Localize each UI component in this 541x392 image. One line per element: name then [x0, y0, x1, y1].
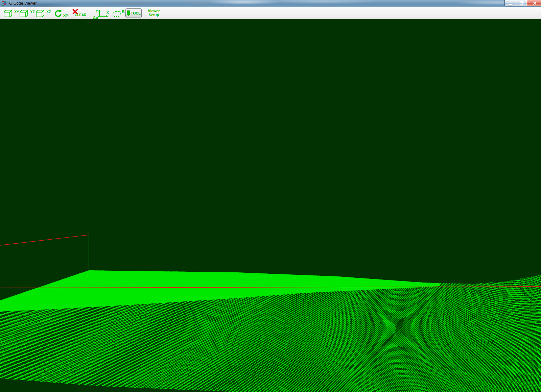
cube-yz-icon — [19, 9, 29, 18]
view-xz-button[interactable]: XZ — [36, 9, 51, 18]
toolbar: XY YZ XZ XY — [0, 7, 541, 19]
close-button[interactable] — [527, 0, 541, 6]
window-title: G Code Viewer — [9, 1, 37, 6]
axis-y-label: Y — [96, 9, 98, 13]
viewer-setup-label-line2: Setup — [145, 13, 163, 17]
clear-label: CLEAR — [75, 14, 86, 17]
close-icon — [533, 1, 537, 5]
titlebar[interactable]: G Code Viewer — [0, 0, 541, 7]
tool-button-label: TOOL — [131, 11, 141, 15]
bounding-wireframe — [0, 19, 541, 392]
app-icon — [2, 1, 7, 6]
bounding-box-button[interactable]: B x — [111, 9, 126, 19]
cube-xz-icon — [36, 9, 46, 18]
axis-x-label: X — [107, 11, 109, 15]
axes-icon: Y X Z — [93, 9, 109, 19]
axes-button[interactable]: Y X Z — [93, 9, 109, 19]
view-xy-label: XY — [14, 10, 19, 14]
rotate-arrow-icon — [54, 9, 63, 18]
minimize-button[interactable] — [504, 0, 516, 6]
cube-xy-icon — [3, 9, 14, 18]
restore-icon — [519, 1, 524, 5]
rotate-xy-button[interactable]: XY — [54, 9, 68, 18]
rotate-xy-label: XY — [63, 14, 68, 18]
tool-bit-icon — [126, 10, 131, 16]
view-xy-button[interactable]: XY — [3, 9, 19, 18]
view-yz-button[interactable]: YZ — [19, 9, 35, 18]
viewer-setup-button[interactable]: Viewer Setup — [145, 9, 163, 17]
red-box-top-edge — [0, 235, 89, 245]
red-box-bottom-edge — [0, 287, 541, 288]
viewer-setup-label-line1: Viewer — [145, 9, 163, 13]
dashed-box-icon — [111, 9, 122, 19]
view-yz-label: YZ — [30, 10, 35, 14]
minimize-icon — [509, 4, 512, 5]
tool-button[interactable]: TOOL — [125, 8, 142, 18]
view-xz-label: XZ — [46, 10, 51, 14]
window-controls — [504, 0, 541, 6]
clear-button[interactable]: CLEAR — [72, 9, 89, 18]
restore-button[interactable] — [516, 0, 527, 6]
app-window: G Code Viewer — [0, 0, 541, 392]
bounding-box-label: B — [122, 10, 125, 14]
gl-viewport[interactable] — [0, 19, 541, 392]
